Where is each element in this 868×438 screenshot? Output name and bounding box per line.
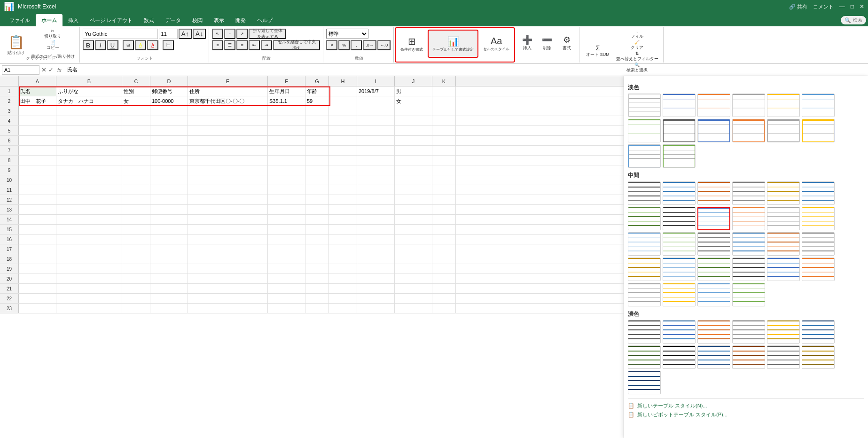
style-swatch-med-blue0[interactable] — [663, 181, 696, 205]
style-swatch-dark-black2[interactable] — [663, 345, 696, 369]
cell-H3[interactable] — [329, 106, 357, 116]
tab-home[interactable]: ホーム — [36, 14, 63, 26]
cell-G2[interactable]: 59 — [305, 96, 329, 106]
tab-formula[interactable]: 数式 — [138, 14, 160, 26]
comma-button[interactable]: , — [351, 40, 362, 50]
style-swatch-med-gray0[interactable] — [628, 181, 661, 205]
align-right-button[interactable]: ≡ — [236, 40, 248, 50]
cell-D1[interactable]: 郵便番号 — [150, 86, 188, 96]
font-color-button[interactable]: A̲ — [147, 40, 158, 50]
style-swatch-light-orange1[interactable] — [697, 94, 730, 117]
close-button[interactable]: ✕ — [860, 3, 864, 10]
style-swatch-light-lines-green[interactable] — [663, 144, 696, 168]
style-swatch-light-none[interactable] — [628, 94, 661, 117]
format-cell-button[interactable]: ⚙ 書式 — [557, 29, 576, 57]
cell-K2[interactable] — [432, 96, 456, 106]
comment-button[interactable]: コメント — [813, 3, 834, 10]
cell-G1[interactable]: 年齢 — [305, 86, 329, 96]
minimize-button[interactable]: — — [839, 3, 845, 10]
style-swatch-med-orangeC[interactable] — [802, 258, 835, 281]
wrap-text-button[interactable]: 折り返して全体を表示する — [249, 29, 286, 39]
bold-button[interactable]: B — [83, 40, 94, 50]
cell-E1[interactable]: 住所 — [188, 86, 268, 96]
style-swatch-med-yellow0[interactable] — [767, 181, 800, 205]
cancel-formula-icon[interactable]: ✕ — [41, 66, 47, 73]
style-swatch-dark-ltblue2[interactable] — [628, 371, 661, 394]
delete-cell-button[interactable]: ➖ 削除 — [538, 29, 556, 57]
cut-button[interactable]: ✂ 切り取り — [29, 29, 77, 39]
style-swatch-med-ltblue0[interactable] — [802, 181, 835, 205]
paste-button[interactable]: 📋 貼り付け — [4, 31, 28, 59]
style-swatch-med-blueC[interactable] — [767, 258, 800, 281]
cell-D2[interactable]: 100-0000 — [150, 96, 188, 106]
cell-F3[interactable] — [268, 106, 305, 116]
share-button[interactable]: 🔗 共有 — [789, 3, 807, 10]
col-header-H[interactable]: H — [329, 76, 357, 86]
style-swatch-light-lines-none[interactable] — [663, 119, 696, 142]
decimal-dec-button[interactable]: ←.0 — [377, 40, 391, 50]
col-header-C[interactable]: C — [122, 76, 150, 86]
col-header-J[interactable]: J — [395, 76, 432, 86]
cell-J2[interactable]: 女 — [395, 96, 432, 106]
sort-filter-button[interactable]: ⇅ 並べ替えとフィルター — [614, 51, 660, 62]
col-header-F[interactable]: F — [268, 76, 305, 86]
new-table-style-link[interactable]: 📋 新しいテーブル スタイル(N)... — [628, 402, 864, 409]
cell-A1[interactable]: 氏名 — [19, 86, 56, 96]
copy-button[interactable]: 📄 コピー — [29, 40, 77, 50]
tab-page-layout[interactable]: ページ レイアウト — [84, 14, 138, 26]
col-header-K[interactable]: K — [432, 76, 456, 86]
cell-I1[interactable]: 2019/8/7 — [357, 86, 395, 96]
style-swatch-dark-yellow2[interactable] — [802, 345, 835, 369]
decimal-inc-button[interactable]: .0→ — [363, 40, 376, 50]
font-grow-button[interactable]: A↑ — [179, 29, 192, 39]
tab-help[interactable]: ヘルプ — [251, 14, 278, 26]
style-swatch-med-orange0[interactable] — [697, 181, 730, 205]
style-swatch-dark-orange[interactable] — [697, 320, 730, 344]
style-swatch-med-yellow1[interactable] — [802, 207, 835, 230]
style-swatch-light-lines-ltblue[interactable] — [628, 144, 661, 168]
style-swatch-light-green1[interactable] — [628, 119, 661, 142]
cell-F1[interactable]: 生年月日 — [268, 86, 305, 96]
tab-develop[interactable]: 開発 — [230, 14, 251, 26]
cell-A3[interactable] — [19, 106, 56, 116]
style-swatch-dark-blue[interactable] — [663, 320, 696, 344]
style-swatch-med-black[interactable] — [663, 207, 696, 230]
cell-B2[interactable]: タナカ ハナコ — [56, 96, 122, 106]
tab-data[interactable]: データ — [160, 14, 187, 26]
cell-B3[interactable] — [56, 106, 122, 116]
style-swatch-med-gray00[interactable] — [732, 181, 765, 205]
search-box[interactable]: 🔍 検索 — [841, 16, 866, 24]
cell-K3[interactable] — [432, 106, 456, 116]
indent-dec-button[interactable]: ⇤ — [249, 40, 260, 50]
style-swatch-light-lines-orange[interactable] — [732, 119, 765, 142]
fill-color-button[interactable]: A̲ — [135, 40, 146, 50]
style-swatch-dark-black[interactable] — [628, 320, 661, 344]
style-swatch-med-orangeB[interactable] — [767, 232, 800, 256]
style-swatch-med-orange1[interactable] — [732, 207, 765, 230]
style-swatch-light-yellow1[interactable] — [767, 94, 800, 117]
cell-D3[interactable] — [150, 106, 188, 116]
new-pivot-style-link[interactable]: 📋 新しいピボットテーブル スタイル(P)... — [628, 411, 864, 418]
align-center-button[interactable]: ☰ — [224, 40, 235, 50]
cell-C2[interactable]: 女 — [122, 96, 150, 106]
cell-I3[interactable] — [357, 106, 395, 116]
cell-J1[interactable]: 男 — [395, 86, 432, 96]
cell-style-button[interactable]: Aa セルのスタイル — [479, 30, 513, 58]
style-swatch-med-blue1-selected[interactable] — [697, 207, 730, 230]
cell-E3[interactable] — [188, 106, 268, 116]
indent-inc-button[interactable]: ⇥ — [261, 40, 272, 50]
style-swatch-light-ltblue1[interactable] — [802, 94, 835, 117]
style-swatch-dark-orange2[interactable] — [732, 345, 765, 369]
autosum-button[interactable]: Σ オート SUM — [582, 37, 613, 65]
col-header-G[interactable]: G — [305, 76, 329, 86]
conditional-format-button[interactable]: ⊞ 条件付き書式 — [397, 30, 427, 58]
style-swatch-dark-gray2[interactable] — [767, 345, 800, 369]
font-name-input[interactable] — [83, 29, 158, 39]
align-top-right-button[interactable]: ↗ — [236, 29, 248, 39]
tab-file[interactable]: ファイル — [4, 14, 36, 26]
tab-insert[interactable]: 挿入 — [63, 14, 84, 26]
cell-I2[interactable] — [357, 96, 395, 106]
cell-G3[interactable] — [305, 106, 329, 116]
border-button[interactable]: ⊞ — [123, 40, 134, 50]
col-header-D[interactable]: D — [150, 76, 188, 86]
